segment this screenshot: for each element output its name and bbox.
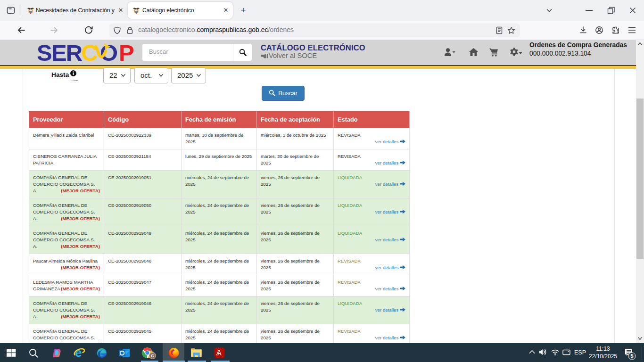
svg-text:SERCOP: SERCOP [37, 41, 134, 66]
svg-text:5: 5 [631, 353, 634, 359]
svg-text:G: G [151, 354, 154, 358]
